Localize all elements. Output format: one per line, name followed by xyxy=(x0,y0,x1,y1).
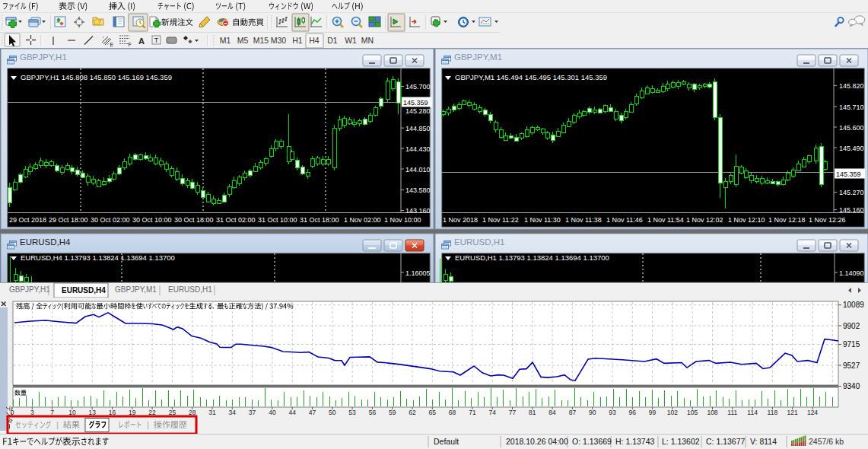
svg-text:145.710: 145.710 xyxy=(839,103,864,111)
svg-text:34: 34 xyxy=(229,409,237,416)
svg-text:9902: 9902 xyxy=(843,322,860,330)
svg-text:GBPJPY,M1 145.494 145.495 145: GBPJPY,M1 145.494 145.495 145.301 145.35… xyxy=(455,73,607,81)
svg-text:EURUSD,H1: EURUSD,H1 xyxy=(454,237,504,247)
svg-text:D1: D1 xyxy=(327,36,338,45)
svg-text:56: 56 xyxy=(369,409,377,416)
svg-text:124: 124 xyxy=(807,409,818,416)
svg-text:145.160: 145.160 xyxy=(839,206,864,214)
svg-text:GBPJPY,H1 145.808 145.850 145: GBPJPY,H1 145.808 145.850 145.169 145.35… xyxy=(21,73,172,81)
svg-text:EURUSD,H4: EURUSD,H4 xyxy=(62,286,106,295)
svg-text:84: 84 xyxy=(548,409,556,416)
svg-text:40: 40 xyxy=(269,409,276,416)
svg-text:96: 96 xyxy=(629,409,637,416)
svg-text:68: 68 xyxy=(449,409,456,416)
svg-text:EURUSD,H4: EURUSD,H4 xyxy=(20,237,71,247)
svg-text:144.010: 144.010 xyxy=(405,166,431,174)
svg-text:MN: MN xyxy=(361,36,374,45)
svg-text:114: 114 xyxy=(747,409,758,416)
svg-text:118: 118 xyxy=(768,409,778,416)
svg-text:W1: W1 xyxy=(345,36,357,45)
svg-text:GBPJPY,H1: GBPJPY,H1 xyxy=(9,285,50,294)
svg-text:H1: H1 xyxy=(292,36,303,45)
svg-text:|: | xyxy=(147,420,149,429)
svg-text:37: 37 xyxy=(249,409,256,416)
svg-text:93: 93 xyxy=(609,409,616,416)
svg-text:145.820: 145.820 xyxy=(839,82,864,90)
svg-text:10089: 10089 xyxy=(843,301,864,309)
svg-text:9715: 9715 xyxy=(843,340,860,349)
svg-text:1 Nov 10:00: 1 Nov 10:00 xyxy=(384,216,421,224)
svg-text:2457/6 kb: 2457/6 kb xyxy=(809,437,844,446)
svg-text:111: 111 xyxy=(727,409,737,416)
svg-text:65: 65 xyxy=(429,409,437,416)
svg-text:102: 102 xyxy=(667,409,678,416)
svg-text:1.14090: 1.14090 xyxy=(839,269,864,277)
svg-text:1 Nov 2018: 1 Nov 2018 xyxy=(443,216,478,224)
svg-text:31: 31 xyxy=(208,409,216,416)
svg-text:144.850: 144.850 xyxy=(405,125,431,132)
svg-text:EURUSD,H4 1.13793 1.13824 1.1: EURUSD,H4 1.13793 1.13824 1.13694 1.1370… xyxy=(21,253,175,262)
svg-text:1 Nov 11:22: 1 Nov 11:22 xyxy=(482,216,519,224)
svg-text:M1: M1 xyxy=(220,36,231,45)
svg-text:|: | xyxy=(56,420,59,429)
svg-text:74: 74 xyxy=(488,409,496,416)
svg-text:1 Nov 12:26: 1 Nov 12:26 xyxy=(809,216,846,224)
svg-text:31 Oct 10:00: 31 Oct 10:00 xyxy=(258,216,297,224)
svg-text:121: 121 xyxy=(787,409,798,416)
svg-text:145.359: 145.359 xyxy=(403,99,428,107)
svg-text:44: 44 xyxy=(288,409,296,416)
svg-text:E: E xyxy=(110,42,114,47)
svg-text:1 Nov 11:46: 1 Nov 11:46 xyxy=(606,216,643,224)
svg-text:C: 1.13677: C: 1.13677 xyxy=(706,437,746,446)
svg-text:1 Nov 11:54: 1 Nov 11:54 xyxy=(647,216,684,224)
svg-text:GBPJPY,H1: GBPJPY,H1 xyxy=(20,53,67,62)
svg-text:53: 53 xyxy=(348,409,356,416)
svg-text:145.600: 145.600 xyxy=(839,124,864,132)
svg-text:V: 8114: V: 8114 xyxy=(750,437,777,446)
svg-text:71: 71 xyxy=(469,409,476,416)
svg-text:29 Oct 2018: 29 Oct 2018 xyxy=(9,216,46,224)
svg-text:9340: 9340 xyxy=(843,382,860,390)
svg-text:A: A xyxy=(138,37,145,46)
svg-text:108: 108 xyxy=(707,409,717,416)
svg-text:H: 1.13743: H: 1.13743 xyxy=(615,437,655,446)
svg-text:47: 47 xyxy=(309,409,316,416)
svg-text:31 Oct 18:00: 31 Oct 18:00 xyxy=(300,216,339,224)
svg-text:M5: M5 xyxy=(237,36,249,45)
svg-text:145.359: 145.359 xyxy=(836,170,861,178)
svg-text:145.490: 145.490 xyxy=(839,145,864,152)
svg-text:M15: M15 xyxy=(253,36,269,45)
svg-text:81: 81 xyxy=(529,409,536,416)
svg-text:62: 62 xyxy=(409,409,416,416)
svg-text:GBPJPY,M1: GBPJPY,M1 xyxy=(454,53,502,62)
svg-text:30 Oct 18:00: 30 Oct 18:00 xyxy=(174,216,214,224)
svg-text:87: 87 xyxy=(569,409,577,416)
svg-text:31 Oct 02:00: 31 Oct 02:00 xyxy=(216,216,256,224)
svg-text:99: 99 xyxy=(649,409,657,416)
svg-text:9527: 9527 xyxy=(843,361,860,370)
svg-text:O: 1.13669: O: 1.13669 xyxy=(572,437,612,446)
svg-text:H4: H4 xyxy=(309,36,320,45)
svg-text:77: 77 xyxy=(509,409,517,416)
svg-text:144.430: 144.430 xyxy=(405,145,431,153)
svg-text:EURUSD,H1: EURUSD,H1 xyxy=(168,285,212,294)
svg-text:143.160: 143.160 xyxy=(405,207,431,215)
svg-text:1 Nov 11:30: 1 Nov 11:30 xyxy=(524,216,561,224)
svg-text:1.16005: 1.16005 xyxy=(405,269,431,277)
svg-text:29 Oct 18:00: 29 Oct 18:00 xyxy=(49,216,88,224)
svg-text:1 Nov 02:00: 1 Nov 02:00 xyxy=(344,216,381,224)
svg-text:145.270: 145.270 xyxy=(839,189,864,196)
svg-text:T: T xyxy=(154,37,159,44)
svg-text:2018.10.26 04:00: 2018.10.26 04:00 xyxy=(506,437,568,446)
svg-text:105: 105 xyxy=(687,409,698,416)
svg-text:1 Nov 12:10: 1 Nov 12:10 xyxy=(728,216,765,224)
svg-text:EURUSD,H1 1.13793 1.13824 1.1: EURUSD,H1 1.13793 1.13824 1.13694 1.1370… xyxy=(455,253,609,262)
svg-text:GBPJPY,M1: GBPJPY,M1 xyxy=(115,285,157,294)
svg-text:90: 90 xyxy=(589,409,596,416)
svg-text:143.580: 143.580 xyxy=(405,186,431,194)
svg-text:50: 50 xyxy=(329,409,336,416)
svg-text:M30: M30 xyxy=(271,36,287,45)
svg-text:145.700: 145.700 xyxy=(405,83,431,91)
svg-text:145.280: 145.280 xyxy=(405,107,431,115)
svg-text:L: 1.13602: L: 1.13602 xyxy=(662,437,700,446)
